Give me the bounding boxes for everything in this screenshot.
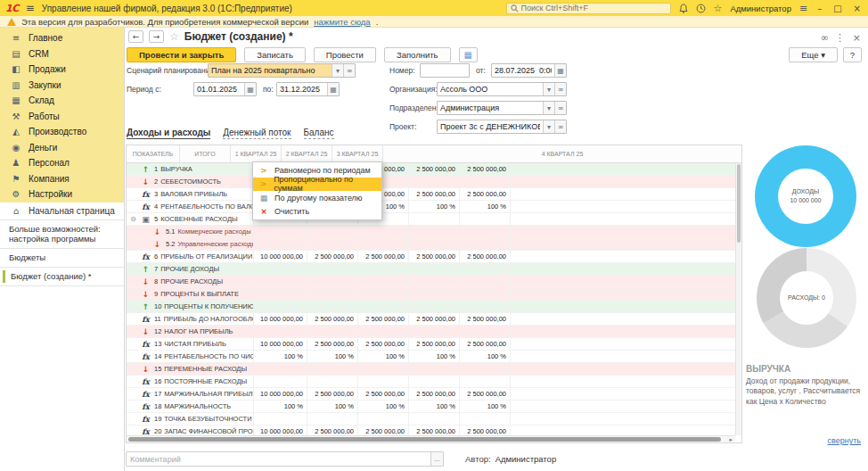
date-field[interactable]: ▦ [491, 63, 567, 78]
cell-q3[interactable] [409, 413, 460, 425]
cell-total[interactable] [254, 326, 307, 337]
cell-q1[interactable] [307, 288, 358, 300]
sidebar-item[interactable]: ▤ CRM [0, 46, 124, 62]
search-input[interactable] [521, 4, 664, 12]
indicator-cell[interactable]: fx 11 ПРИБЫЛЬ ДО НАЛОГООБЛОЖЕНИЯ [127, 313, 254, 325]
cell-q4[interactable] [460, 363, 511, 375]
indicator-cell[interactable]: ↓ 12 НАЛОГ НА ПРИБЫЛЬ [127, 326, 254, 337]
current-user[interactable]: Администратор [730, 4, 791, 13]
indicator-cell[interactable]: ⊖ ▣ 5 КОСВЕННЫЕ РАСХОДЫ [127, 213, 254, 225]
cell-q3[interactable] [409, 238, 460, 250]
cell-q1[interactable] [307, 413, 358, 425]
comment-input[interactable] [127, 452, 430, 466]
cell-q4[interactable]: 2 500 000,00 [460, 163, 511, 175]
sidebar-item[interactable]: ⚑ Компания [0, 171, 124, 187]
scroll-right-arrow-icon[interactable]: ▸ [729, 436, 733, 443]
forward-button[interactable]: → [149, 30, 164, 43]
post-button[interactable]: Провести [314, 47, 376, 62]
context-menu-item[interactable]: ▦ По другому показателю [253, 191, 381, 205]
cell-q4[interactable]: 100 % [460, 401, 511, 412]
buy-commercial-link[interactable]: нажмите сюда [314, 17, 370, 27]
indicator-cell[interactable]: ↓ 5.1 Коммерческие расходы [127, 226, 254, 237]
table-row[interactable]: fx 11 ПРИБЫЛЬ ДО НАЛОГООБЛОЖЕНИЯ 10 000 … [127, 313, 741, 326]
cell-total[interactable]: 100 % [254, 401, 307, 412]
cell-q3[interactable] [409, 363, 460, 375]
cell-q3[interactable]: 2 500 000,00 [409, 338, 460, 350]
cell-q4[interactable]: 2 500 000,00 [460, 313, 511, 325]
indicator-cell[interactable]: fx 4 РЕНТАБЕЛЬНОСТЬ ПО ВАЛОВОЙ ПРИ... [127, 201, 254, 212]
column-header[interactable]: 3 КВАРТАЛ 25 [332, 145, 383, 162]
fill-button[interactable]: Заполнить [384, 47, 451, 62]
table-row[interactable]: ↑ 10 ПРОЦЕНТЫ К ПОЛУЧЕНИЮ [127, 301, 741, 313]
cell-q3[interactable]: 100 % [409, 201, 460, 212]
close-window-button[interactable]: × [852, 4, 863, 13]
cell-q4[interactable] [460, 238, 511, 250]
cell-total[interactable] [254, 263, 307, 275]
cell-q1[interactable] [307, 226, 358, 237]
cell-total[interactable]: 100 % [254, 351, 307, 362]
indicator-cell[interactable]: ↓ 15 ПЕРЕМЕННЫЕ РАСХОДЫ [127, 363, 254, 375]
context-menu-item[interactable]: × Очистить [253, 205, 381, 219]
cell-q4[interactable]: 2 500 000,00 [460, 251, 511, 262]
vertical-scrollbar-thumb[interactable] [737, 164, 741, 243]
indicator-cell[interactable]: fx 13 ЧИСТАЯ ПРИБЫЛЬ [127, 338, 254, 350]
save-button[interactable]: Записать [244, 47, 306, 62]
cell-q3[interactable]: 2 500 000,00 [409, 313, 460, 325]
structure-button[interactable]: ▦ [459, 47, 478, 62]
indicator-cell[interactable]: ↓ 5.2 Управленческие расходы [127, 238, 254, 250]
table-row[interactable]: fx 14 РЕНТАБЕЛЬНОСТЬ ПО ЧИСТОЙ ПРИБ... 1… [127, 351, 741, 363]
organization-input[interactable] [438, 83, 543, 95]
indicator-cell[interactable]: fx 19 ТОЧКА БЕЗУБЫТОЧНОСТИ [127, 413, 254, 425]
indicator-cell[interactable]: ↑ 10 ПРОЦЕНТЫ К ПОЛУЧЕНИЮ [127, 301, 254, 312]
sidebar-item[interactable]: ◧ Продажи [0, 62, 124, 78]
cell-q4[interactable]: 2 500 000,00 [460, 338, 511, 350]
indicator-cell[interactable]: fx 16 ПОСТОЯННЫЕ РАСХОДЫ [127, 376, 254, 387]
cell-q2[interactable] [358, 376, 409, 387]
calendar-icon[interactable]: ▦ [327, 83, 339, 95]
table-row[interactable]: fx 3 ВАЛОВАЯ ПРИБЫЛЬ 10 000 000,00 2 500… [127, 188, 741, 201]
table-row[interactable]: ↓ 5.2 Управленческие расходы [127, 238, 741, 251]
window-tab[interactable]: Больше возможностей: настройка программы [0, 220, 124, 250]
table-row[interactable]: ↓ 15 ПЕРЕМЕННЫЕ РАСХОДЫ [127, 363, 741, 376]
sidebar-item[interactable]: ♟ Персонал [0, 155, 124, 171]
cell-q2[interactable]: 2 500 000,00 [358, 338, 409, 350]
cell-total[interactable]: 10 000 000,00 [254, 313, 307, 325]
table-row[interactable]: fx 16 ПОСТОЯННЫЕ РАСХОДЫ [127, 376, 741, 388]
chevron-down-icon[interactable]: ▾ [543, 102, 554, 114]
department-input[interactable] [438, 102, 543, 114]
project-field[interactable]: ▾ ∞ [437, 120, 567, 134]
table-row[interactable]: ↓ 9 ПРОЦЕНТЫ К ВЫПЛАТЕ [127, 288, 741, 301]
indicator-cell[interactable]: fx 6 ПРИБЫЛЬ ОТ РЕАЛИЗАЦИИ [127, 251, 254, 262]
window-tab[interactable]: Бюджеты [0, 249, 124, 268]
cell-q4[interactable]: 2 500 000,00 [460, 388, 511, 400]
cell-q3[interactable]: 100 % [409, 401, 460, 412]
main-menu-icon[interactable]: ≡ [26, 2, 35, 14]
cell-q3[interactable] [409, 213, 460, 225]
view-tab[interactable]: Денежный поток [223, 128, 291, 139]
context-menu-item[interactable]: > Пропорционально по суммам [253, 178, 381, 192]
close-form-icon[interactable]: × [853, 32, 861, 44]
favorite-star-icon[interactable]: ☆ [169, 30, 179, 43]
collapse-toggle-icon[interactable]: ⊖ [129, 215, 137, 223]
table-row[interactable]: fx 18 МАРЖИНАЛЬНОСТЬ 100 % 100 % 100 % 1… [127, 401, 741, 413]
notifications-bell-icon[interactable] [679, 4, 688, 13]
indicator-cell[interactable]: ↑ 7 ПРОЧИЕ ДОХОДЫ [127, 263, 254, 275]
open-link-icon[interactable]: ∞ [554, 83, 566, 95]
table-row[interactable]: ↑ 7 ПРОЧИЕ ДОХОДЫ [127, 263, 741, 276]
project-input[interactable] [438, 120, 543, 133]
view-tab[interactable]: Баланс [304, 128, 334, 139]
table-row[interactable]: ↑ 1 ВЫРУЧКА 10 000 000,00 2 500 000,00 2… [127, 163, 741, 176]
cell-q2[interactable] [358, 276, 409, 287]
cell-total[interactable]: 10 000 000,00 [254, 388, 307, 400]
history-clock-icon[interactable] [696, 4, 706, 13]
period-to-field[interactable]: ▦ [276, 82, 340, 96]
cell-q4[interactable] [460, 413, 511, 425]
table-row[interactable]: ↓ 12 НАЛОГ НА ПРИБЫЛЬ [127, 326, 741, 338]
cell-q4[interactable] [460, 276, 511, 287]
window-tab[interactable]: Бюджет (создание) * [0, 268, 124, 286]
cell-q1[interactable]: 100 % [307, 401, 358, 412]
table-row[interactable]: fx 13 ЧИСТАЯ ПРИБЫЛЬ 10 000 000,00 2 500… [127, 338, 741, 351]
cell-q4[interactable]: 2 500 000,00 [460, 188, 511, 200]
cell-total[interactable]: 10 000 000,00 [254, 251, 307, 262]
cell-q2[interactable] [358, 301, 409, 312]
